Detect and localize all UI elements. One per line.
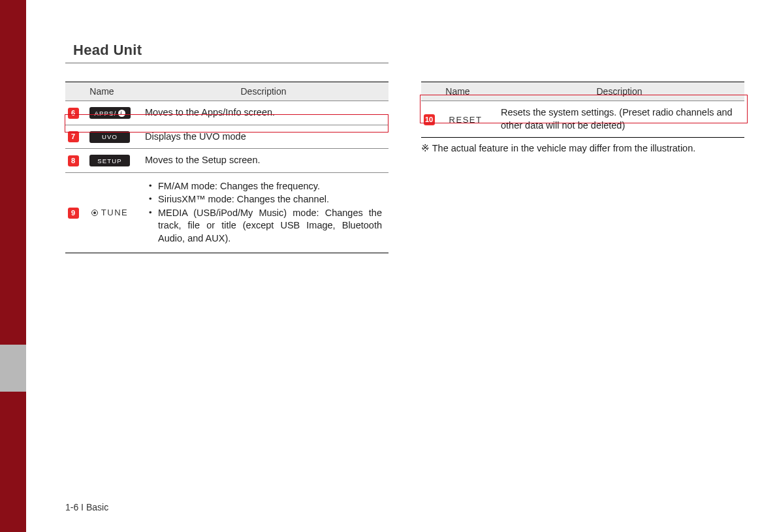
table-row: 10 RESET Resets the system settings. (Pr… xyxy=(421,101,744,138)
setup-button-chip: SETUP xyxy=(89,155,130,166)
bullet-item: MEDIA (USB/iPod/My Music) mode: Changes … xyxy=(149,207,382,245)
row-description: FM/AM mode: Changes the frequency. Siriu… xyxy=(138,172,388,253)
th-description: Description xyxy=(494,82,744,101)
th-description: Description xyxy=(138,82,388,101)
apps-button-chip: APPS/i xyxy=(89,107,131,119)
bullet-item: FM/AM mode: Changes the frequency. xyxy=(149,180,382,193)
row-number-badge: 6 xyxy=(68,108,79,119)
table-row: 7 UVO Displays the UVO mode xyxy=(65,125,388,149)
info-icon: i xyxy=(118,110,125,117)
table-row: 9 TUNE FM/AM mode: Changes the frequency… xyxy=(65,172,388,253)
row-description: Moves to the Setup screen. xyxy=(138,149,388,173)
uvo-button-chip: UVO xyxy=(89,131,130,143)
row-description: Moves to the Apps/Info screen. xyxy=(138,101,388,125)
sidebar-stripe xyxy=(0,0,26,532)
sidebar-grey-block xyxy=(0,345,26,392)
row-number-badge: 8 xyxy=(68,155,79,166)
two-column-layout: Name Description 6 APPS/i Moves to the A… xyxy=(65,82,751,253)
right-table: Name Description 10 RESET Resets the sys… xyxy=(421,82,744,138)
page-content: Head Unit Name Description 6 APPS/i xyxy=(65,42,751,253)
chip-label: APPS/ xyxy=(95,110,117,117)
th-name: Name xyxy=(421,82,494,101)
row-number-badge: 7 xyxy=(68,131,79,142)
footnote: ※ The actual feature in the vehicle may … xyxy=(421,143,744,153)
tune-knob-label: TUNE xyxy=(91,208,128,217)
table-row: 8 SETUP Moves to the Setup screen. xyxy=(65,149,388,173)
table-row: 6 APPS/i Moves to the Apps/Info screen. xyxy=(65,101,388,125)
section-title: Head Unit xyxy=(65,42,388,63)
tune-text: TUNE xyxy=(101,208,128,217)
row-number-badge: 10 xyxy=(424,114,435,125)
reset-label: RESET xyxy=(449,115,483,125)
knob-icon xyxy=(91,210,98,216)
row-description: Resets the system settings. (Preset radi… xyxy=(494,101,744,138)
row-description: Displays the UVO mode xyxy=(138,125,388,149)
th-name: Name xyxy=(65,82,138,101)
left-table: Name Description 6 APPS/i Moves to the A… xyxy=(65,82,388,253)
page-footer: 1-6 I Basic xyxy=(65,502,108,512)
bullet-item: SiriusXM™ mode: Changes the channel. xyxy=(149,193,382,206)
left-column: Name Description 6 APPS/i Moves to the A… xyxy=(65,82,388,253)
right-column: Name Description 10 RESET Resets the sys… xyxy=(421,82,744,153)
row-number-badge: 9 xyxy=(68,208,79,219)
